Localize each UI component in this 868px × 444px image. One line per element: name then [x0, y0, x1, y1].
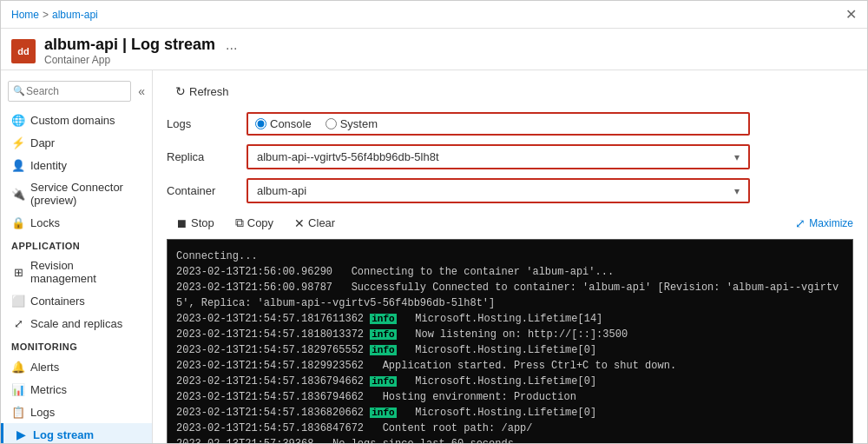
sidebar-collapse-button[interactable]: « [138, 84, 145, 98]
sidebar-item-label: Service Connector (preview) [30, 181, 141, 207]
maximize-icon: ⤢ [795, 216, 806, 230]
container-control: album-api ▾ [247, 178, 750, 203]
radio-system-label: System [340, 117, 378, 130]
logs-type-control: Console System [247, 112, 750, 136]
sidebar-item-label: Logs [30, 406, 55, 419]
sidebar-item-label: Log stream [33, 428, 94, 441]
chevron-down-icon: ▾ [734, 151, 740, 163]
sidebar-item-identity[interactable]: 👤 Identity [1, 154, 152, 176]
sidebar-item-label: Locks [30, 216, 60, 229]
dapr-icon: ⚡ [11, 136, 25, 149]
breadcrumb: Home > album-api [11, 9, 98, 21]
log-line: 2023-02-13T21:57:39368 No logs since las… [176, 436, 844, 443]
sidebar-item-label: Metrics [30, 383, 67, 396]
replica-control: album-api--vgirtv5-56f4bb96db-5lh8t ▾ [247, 144, 750, 169]
log-line: 2023-02-13T21:54:57.1829923562 Applicati… [176, 358, 844, 374]
revision-management-icon: ⊞ [11, 265, 25, 279]
log-line: 2023-02-13T21:54:57.1836847672 Content r… [176, 421, 844, 436]
radio-console-label: Console [270, 117, 312, 130]
sidebar-item-label: Dapr [30, 136, 55, 149]
container-label: Container [167, 184, 236, 197]
log-line: 2023-02-13T21:54:57.1817611362 info Micr… [176, 311, 844, 327]
custom-domains-icon: 🌐 [11, 113, 25, 127]
log-line: 2023-02-13T21:56:00.96290 Connecting to … [176, 264, 844, 280]
logs-icon: 📋 [11, 405, 25, 419]
log-stream-icon: ▶ [14, 427, 28, 441]
log-line: 2023-02-13T21:54:57.1836820662 info Micr… [176, 405, 844, 421]
replica-dropdown[interactable]: album-api--vgirtv5-56f4bb96db-5lh8t ▾ [247, 144, 750, 169]
radio-console[interactable]: Console [255, 117, 312, 130]
radio-system[interactable]: System [326, 117, 378, 130]
sidebar-item-label: Alerts [30, 361, 59, 374]
search-input[interactable] [8, 81, 131, 102]
sidebar-item-scale-and-replicas[interactable]: ⤢ Scale and replicas [1, 312, 152, 335]
stop-button[interactable]: ⏹ Stop [167, 213, 223, 234]
sidebar-item-logs[interactable]: 📋 Logs [1, 401, 152, 423]
sidebar-item-log-stream[interactable]: ▶ Log stream [1, 423, 152, 443]
page-title: album-api | Log stream [44, 36, 215, 54]
sidebar-section-application: Application [1, 234, 152, 255]
radio-system-input[interactable] [326, 118, 337, 129]
logs-label: Logs [167, 117, 236, 130]
replica-form-row: Replica album-api--vgirtv5-56f4bb96db-5l… [167, 144, 853, 169]
replica-label: Replica [167, 150, 236, 163]
containers-icon: ⬜ [11, 294, 25, 308]
sidebar-section-monitoring: Monitoring [1, 335, 152, 355]
ellipsis-button[interactable]: ... [222, 37, 240, 53]
sidebar-item-label: Scale and replicas [30, 317, 122, 330]
app-icon: dd [11, 39, 36, 63]
container-dropdown[interactable]: album-api ▾ [247, 178, 750, 203]
radio-console-input[interactable] [255, 118, 266, 129]
metrics-icon: 📊 [11, 382, 25, 396]
sidebar: 🔍 « 🌐 Custom domains ⚡ Dapr 👤 Identity 🔌 [1, 70, 153, 443]
log-action-toolbar: ⏹ Stop ⧉ Copy ✕ Clear [167, 212, 344, 234]
locks-icon: 🔒 [11, 215, 25, 229]
chevron-down-icon: ▾ [734, 185, 740, 197]
sidebar-item-label: Identity [30, 159, 67, 172]
log-line: 2023-02-13T21:54:57.1836794662 Hosting e… [176, 389, 844, 405]
log-line: 2023-02-13T21:54:57.1829765552 info Micr… [176, 342, 844, 358]
content-area: ↻ Refresh Logs Console System [153, 70, 867, 443]
maximize-button[interactable]: ⤢ Maximize [795, 216, 853, 230]
refresh-button[interactable]: ↻ Refresh [167, 81, 238, 102]
logs-form-row: Logs Console System [167, 112, 853, 136]
service-connector-icon: 🔌 [11, 187, 25, 201]
sidebar-item-containers[interactable]: ⬜ Containers [1, 289, 152, 312]
page-subtitle: Container App [44, 54, 240, 66]
log-line: 2023-02-13T21:54:57.1836794662 info Micr… [176, 374, 844, 389]
copy-button[interactable]: ⧉ Copy [227, 212, 282, 234]
sidebar-item-dapr[interactable]: ⚡ Dapr [1, 131, 152, 154]
replica-value: album-api--vgirtv5-56f4bb96db-5lh8t [257, 150, 439, 163]
sidebar-item-label: Containers [30, 295, 85, 308]
log-line: 2023-02-13T21:56:00.98787 Successfully C… [176, 280, 844, 311]
refresh-icon: ↻ [175, 84, 186, 98]
breadcrumb-home[interactable]: Home [11, 9, 39, 21]
container-form-row: Container album-api ▾ [167, 178, 853, 203]
sidebar-item-revision-management[interactable]: ⊞ Revision management [1, 255, 152, 289]
copy-icon: ⧉ [235, 215, 244, 230]
log-terminal: Connecting...2023-02-13T21:56:00.96290 C… [167, 239, 853, 443]
sidebar-item-label: Revision management [30, 259, 141, 285]
clear-icon: ✕ [294, 216, 305, 230]
log-line: 2023-02-13T21:54:57.1818013372 info Now … [176, 327, 844, 342]
log-type-group: Console System [247, 112, 750, 136]
close-button[interactable]: ✕ [845, 6, 857, 23]
stop-icon: ⏹ [175, 216, 187, 230]
page-header: dd album-api | Log stream ... Container … [1, 29, 867, 70]
log-line: Connecting... [176, 249, 844, 264]
sidebar-item-alerts[interactable]: 🔔 Alerts [1, 355, 152, 378]
container-value: album-api [257, 184, 306, 197]
breadcrumb-current[interactable]: album-api [52, 9, 98, 21]
scale-icon: ⤢ [11, 316, 25, 330]
identity-icon: 👤 [11, 158, 25, 172]
sidebar-item-metrics[interactable]: 📊 Metrics [1, 378, 152, 401]
alerts-icon: 🔔 [11, 360, 25, 374]
search-icon: 🔍 [13, 85, 25, 96]
sidebar-item-label: Custom domains [30, 114, 115, 127]
sidebar-item-custom-domains[interactable]: 🌐 Custom domains [1, 109, 152, 131]
clear-button[interactable]: ✕ Clear [286, 213, 344, 234]
sidebar-item-locks[interactable]: 🔒 Locks [1, 211, 152, 234]
refresh-toolbar: ↻ Refresh [167, 81, 853, 102]
breadcrumb-separator: > [43, 9, 49, 21]
sidebar-item-service-connector[interactable]: 🔌 Service Connector (preview) [1, 176, 152, 211]
